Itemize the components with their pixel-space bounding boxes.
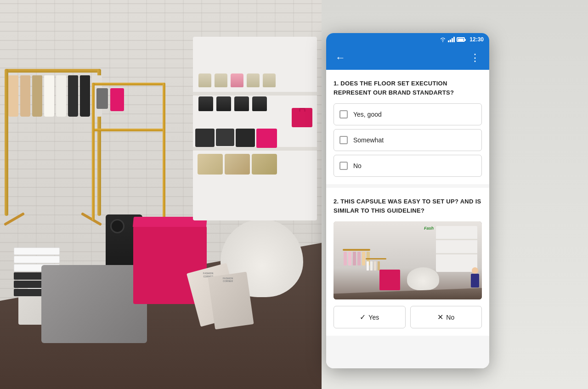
option-yes-good[interactable]: Yes, good — [334, 103, 482, 125]
status-bar: 12:30 — [326, 33, 489, 46]
answer-buttons-q2: ✓ Yes ✕ No — [334, 306, 482, 328]
no-button-label: No — [446, 314, 454, 321]
yes-button-label: Yes — [368, 314, 379, 321]
option-somewhat[interactable]: Somewhat — [334, 129, 482, 151]
mini-person — [470, 267, 480, 290]
option-no-q1-label: No — [353, 162, 362, 169]
no-button[interactable]: ✕ No — [410, 306, 482, 328]
guideline-image: Fash — [334, 221, 482, 299]
checkbox-no-q1[interactable] — [339, 162, 348, 170]
option-somewhat-label: Somewhat — [353, 136, 384, 144]
signal-icon — [448, 37, 455, 42]
question-1-title: 1. DOES THE FLOOR SET EXECUTION REPRESEN… — [334, 79, 482, 97]
status-icons — [440, 37, 465, 42]
mini-couch — [407, 267, 439, 290]
magazine-2: FASHIONCORNER — [208, 272, 254, 330]
yes-button[interactable]: ✓ Yes — [334, 306, 406, 328]
stone-table — [41, 265, 147, 343]
mini-shelves — [436, 226, 477, 272]
wifi-icon — [440, 37, 446, 42]
question-2-title: 2. THIS CAPSULE WAS EASY TO SET UP? AND … — [334, 197, 482, 215]
mini-store-sign: Fash — [424, 226, 434, 231]
app-bar: ← ⋮ — [326, 46, 489, 70]
checkbox-somewhat[interactable] — [339, 136, 348, 144]
question-1-section: 1. DOES THE FLOOR SET EXECUTION REPRESEN… — [326, 70, 489, 188]
phone-content-area[interactable]: 1. DOES THE FLOOR SET EXECUTION REPRESEN… — [326, 70, 489, 368]
phone-frame: 12:30 ← ⋮ 1. DOES THE FLOOR SET EXECUTIO… — [326, 33, 489, 368]
back-button[interactable]: ← — [332, 51, 349, 65]
battery-icon — [457, 37, 465, 42]
checkbox-yes-good[interactable] — [339, 110, 348, 118]
option-yes-good-label: Yes, good — [353, 111, 382, 118]
question-2-section: 2. THIS CAPSULE WAS EASY TO SET UP? AND … — [326, 188, 489, 336]
mini-pink-cube — [379, 270, 400, 290]
clothing-rack — [0, 69, 106, 276]
background-store: FASHIONCORNER FASHIONCORNER — [0, 0, 588, 389]
more-options-button[interactable]: ⋮ — [466, 50, 484, 66]
yes-checkmark-icon: ✓ — [360, 313, 366, 321]
option-no-q1[interactable]: No — [334, 155, 482, 177]
no-x-icon: ✕ — [437, 313, 443, 321]
status-time: 12:30 — [469, 36, 484, 43]
wall-shelf-unit — [193, 37, 317, 220]
